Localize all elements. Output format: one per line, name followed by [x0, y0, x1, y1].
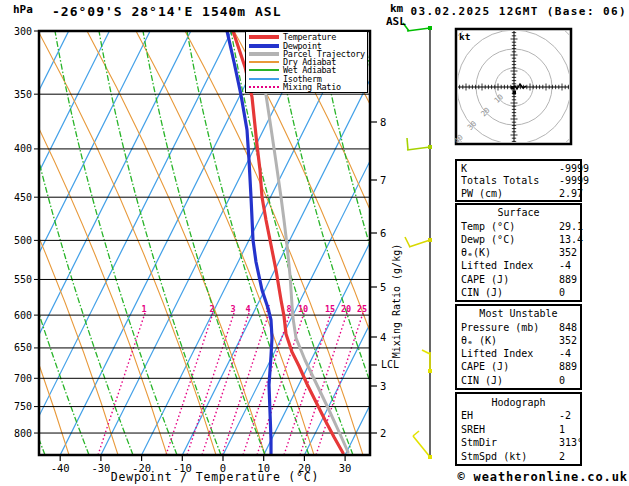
- altitude-tick-label: 6: [380, 227, 386, 239]
- mixing-ratio-line: [222, 313, 269, 455]
- index-label: θₑ (K): [461, 334, 497, 347]
- indices-box-header: Most Unstable: [457, 307, 580, 320]
- indices-row: θₑ(K)352: [457, 246, 580, 259]
- index-value: -4: [559, 259, 571, 272]
- page-title: -26°09'S 28°14'E 1540m ASL: [52, 4, 282, 19]
- altitude-tick-label: 4: [380, 331, 386, 343]
- mixing-ratio-line: [166, 313, 213, 455]
- mixing-ratio-line: [187, 313, 234, 455]
- index-label: CIN (J): [461, 374, 503, 387]
- indices-row: EH-2: [457, 409, 580, 422]
- pressure-tick-label: 750: [14, 401, 32, 412]
- legend-swatch-mixing-ratio: [249, 86, 279, 88]
- skewt-sounding-page: 1234581015202530035040045050055060065070…: [0, 0, 629, 486]
- wind-barb-staff: [407, 28, 430, 31]
- legend-label: Mixing Ratio: [283, 83, 341, 91]
- legend-swatch-dry-adiabat: [249, 61, 279, 63]
- index-value: 889: [559, 360, 577, 373]
- pressure-tick-label: 350: [14, 89, 32, 100]
- mixing-ratio-value-label: 10: [298, 304, 308, 314]
- index-value: 2.97: [559, 187, 583, 200]
- indices-row: Pressure (mb)848: [457, 321, 580, 334]
- legend-item: Mixing Ratio: [249, 83, 367, 91]
- indices-box-header: Surface: [457, 206, 580, 219]
- wind-barb-staff: [409, 240, 430, 247]
- mixing-ratio-value-label: 20: [341, 304, 351, 314]
- index-label: StmDir: [461, 436, 497, 449]
- altitude-tick-label: 7: [380, 174, 386, 186]
- indices-row: K-9999: [457, 162, 580, 174]
- pressure-tick-label: 300: [14, 26, 32, 37]
- index-label: Totals Totals: [461, 174, 539, 187]
- wind-barb-staff: [407, 147, 430, 150]
- temperature-axis-label: Dewpoint / Temperature (°C): [60, 470, 370, 484]
- index-label: CAPE (J): [461, 273, 509, 286]
- hodograph-origin-marker: [511, 86, 515, 90]
- legend-swatch-isotherm: [249, 78, 279, 80]
- index-value: 0: [559, 374, 565, 387]
- index-label: Lifted Index: [461, 347, 533, 360]
- altitude-tick-label: 2: [380, 427, 386, 439]
- indices-row: Lifted Index-4: [457, 347, 580, 360]
- altitude-tick-label: 5: [380, 281, 386, 293]
- altitude-ref-label: ASL: [386, 15, 406, 28]
- indices-box-stability: K-9999Totals Totals-9999PW (cm)2.97: [455, 159, 582, 202]
- legend-swatch-dewpoint: [249, 44, 279, 48]
- indices-row: Lifted Index-4: [457, 259, 580, 272]
- indices-row: Totals Totals-9999: [457, 174, 580, 186]
- wind-barb-feather: [422, 350, 430, 354]
- chart-legend: TemperatureDewpointParcel TrajectoryDry …: [245, 31, 368, 93]
- legend-swatch-wet-adiabat: [249, 69, 279, 71]
- wind-barb-marker: [428, 455, 432, 459]
- altitude-unit-label: km: [390, 2, 403, 15]
- wind-barb-staff: [413, 436, 430, 457]
- pressure-tick-label: 600: [14, 310, 32, 321]
- index-label: SREH: [461, 423, 485, 436]
- wind-barb-feather: [413, 431, 419, 436]
- indices-row: SREH1: [457, 423, 580, 436]
- pressure-tick-label: 400: [14, 143, 32, 154]
- index-value: -9999: [559, 174, 589, 187]
- mixing-ratio-value-label: 2: [209, 304, 214, 314]
- wind-barb-marker: [428, 238, 432, 242]
- indices-row: CIN (J)0: [457, 374, 580, 387]
- indices-row: CAPE (J)889: [457, 273, 580, 286]
- index-label: Dewp (°C): [461, 233, 515, 246]
- index-value: -4: [559, 347, 571, 360]
- wind-barb-feather: [405, 237, 410, 247]
- indices-row: θₑ (K)352: [457, 334, 580, 347]
- indices-row: Dewp (°C)13.4: [457, 233, 580, 246]
- pressure-tick-label: 500: [14, 235, 32, 246]
- wind-barb-marker: [428, 26, 432, 30]
- index-value: 1: [559, 423, 565, 436]
- pressure-tick-label: 700: [14, 373, 32, 384]
- index-label: Lifted Index: [461, 259, 533, 272]
- index-value: 313°: [559, 436, 583, 449]
- index-label: CAPE (J): [461, 360, 509, 373]
- mixing-ratio-value-label: 25: [357, 304, 367, 314]
- mixing-ratio-value-label: 15: [325, 304, 335, 314]
- indices-box-hodograph: HodographEH-2SREH1StmDir313°StmSpd (kt)2: [455, 392, 582, 466]
- index-label: θₑ(K): [461, 246, 491, 259]
- mixing-ratio-line: [98, 313, 145, 455]
- indices-box-surface: SurfaceTemp (°C)29.1Dewp (°C)13.4θₑ(K)35…: [455, 203, 582, 302]
- index-value: 848: [559, 321, 577, 334]
- mixing-ratio-axis-label: Mixing Ratio (g/kg): [391, 244, 402, 358]
- hodograph-storm-marker: [513, 91, 517, 95]
- pressure-tick-label: 650: [14, 342, 32, 353]
- index-value: -9999: [559, 162, 589, 175]
- pressure-tick-label: 550: [14, 274, 32, 285]
- indices-box-most-unstable: Most UnstablePressure (mb)848θₑ (K)352Li…: [455, 304, 582, 390]
- index-value: 13.4: [559, 233, 583, 246]
- index-label: CIN (J): [461, 286, 503, 299]
- index-label: Temp (°C): [461, 220, 515, 233]
- indices-row: Temp (°C)29.1: [457, 220, 580, 233]
- pressure-tick-label: 450: [14, 192, 32, 203]
- mixing-ratio-value-label: 1: [141, 304, 146, 314]
- index-label: EH: [461, 409, 473, 422]
- wind-barb-marker: [428, 369, 432, 373]
- indices-box-header: Hodograph: [457, 396, 580, 409]
- datetime-label: 03.02.2025 12GMT (Base: 06): [410, 5, 627, 18]
- altitude-tick-label: 3: [380, 380, 386, 392]
- index-label: Pressure (mb): [461, 321, 539, 334]
